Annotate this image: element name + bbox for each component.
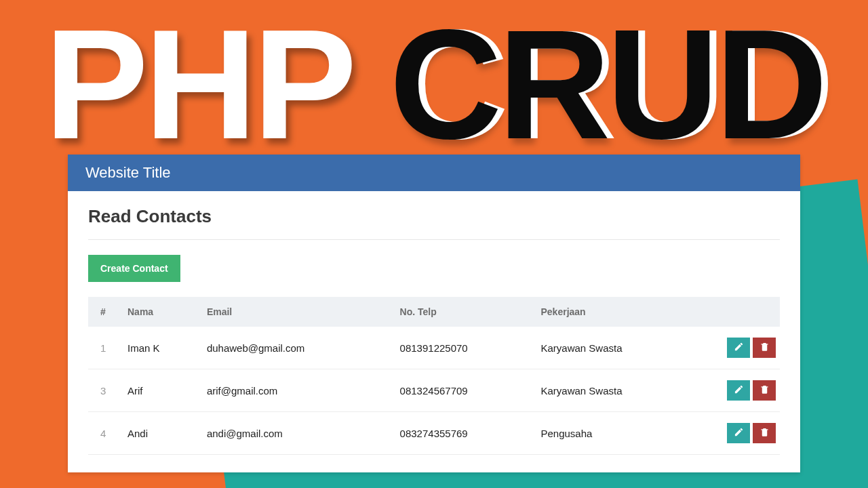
cell-phone: 081324567709 xyxy=(393,369,534,412)
col-email: Email xyxy=(200,297,393,327)
cell-email: duhaweb@gmail.com xyxy=(200,327,393,369)
col-name: Nama xyxy=(121,297,200,327)
cell-id: 4 xyxy=(88,412,121,455)
table-row: 3Arifarif@gmail.com081324567709Karyawan … xyxy=(88,369,780,412)
table-header-row: # Nama Email No. Telp Pekerjaan xyxy=(88,297,780,327)
cell-actions xyxy=(698,412,780,455)
col-job: Pekerjaan xyxy=(534,297,699,327)
cell-phone: 081391225070 xyxy=(393,327,534,369)
cell-email: arif@gmail.com xyxy=(200,369,393,412)
cell-phone: 083274355769 xyxy=(393,412,534,455)
contacts-table: # Nama Email No. Telp Pekerjaan 1Iman Kd… xyxy=(88,297,780,455)
hero-word-crud: CRUD xyxy=(389,0,823,171)
cell-name: Arif xyxy=(121,369,200,412)
pencil-icon xyxy=(734,384,744,396)
cell-job: Karyawan Swasta xyxy=(534,327,699,369)
hero-title: PHP CRUD xyxy=(0,7,868,163)
pencil-icon xyxy=(734,427,744,439)
create-contact-button[interactable]: Create Contact xyxy=(88,255,180,282)
website-title: Website Title xyxy=(68,155,800,191)
table-row: 1Iman Kduhaweb@gmail.com081391225070Kary… xyxy=(88,327,780,369)
edit-button[interactable] xyxy=(727,338,750,358)
cell-name: Iman K xyxy=(121,327,200,369)
delete-button[interactable] xyxy=(753,423,776,443)
cell-name: Andi xyxy=(121,412,200,455)
table-row: 4Andiandi@gmail.com083274355769Pengusaha xyxy=(88,412,780,455)
col-actions xyxy=(698,297,780,327)
cell-job: Pengusaha xyxy=(534,412,699,455)
cell-id: 1 xyxy=(88,327,121,369)
cell-id: 3 xyxy=(88,369,121,412)
divider xyxy=(88,239,780,240)
col-id: # xyxy=(88,297,121,327)
delete-button[interactable] xyxy=(753,338,776,358)
page-title: Read Contacts xyxy=(88,206,780,227)
cell-job: Karyawan Swasta xyxy=(534,369,699,412)
contacts-panel: Website Title Read Contacts Create Conta… xyxy=(68,155,800,472)
stage: Website Title Read Contacts Create Conta… xyxy=(0,0,868,488)
delete-button[interactable] xyxy=(753,380,776,401)
trash-icon xyxy=(760,384,770,396)
col-phone: No. Telp xyxy=(393,297,534,327)
edit-button[interactable] xyxy=(727,380,750,401)
panel-body: Read Contacts Create Contact # Nama Emai… xyxy=(68,191,800,472)
trash-icon xyxy=(760,342,770,354)
cell-actions xyxy=(698,327,780,369)
cell-email: andi@gmail.com xyxy=(200,412,393,455)
hero-word-php: PHP xyxy=(44,0,350,171)
pencil-icon xyxy=(734,342,744,354)
cell-actions xyxy=(698,369,780,412)
trash-icon xyxy=(760,427,770,439)
edit-button[interactable] xyxy=(727,423,750,443)
